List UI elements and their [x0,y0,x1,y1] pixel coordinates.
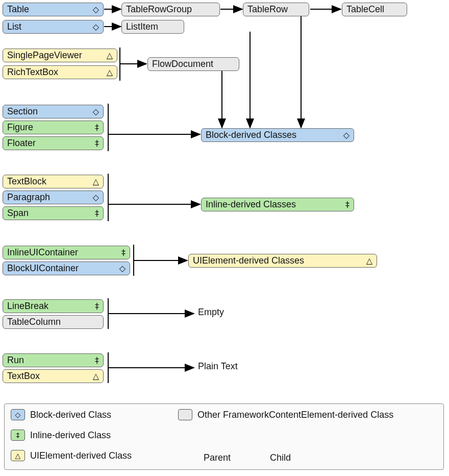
ui-symbol-icon: △ [366,256,372,266]
legend-block: ◇ Block-derived Class [11,409,111,420]
ui-symbol-icon: △ [107,67,113,77]
node-label: RichTextBox [7,67,104,78]
node-table: Table◇ [3,3,104,16]
legend-inline: ‡ Inline-derived Class [11,430,111,441]
inline-symbol-icon: ‡ [95,138,99,148]
inline-symbol-icon: ‡ [95,123,99,132]
ui-symbol-icon: △ [93,177,99,186]
node-label: List [7,21,90,32]
node-label: Paragraph [7,192,90,203]
node-label: TableRowGroup [126,4,215,15]
node-label: Figure [7,122,92,133]
node-flowdocument: FlowDocument [147,57,239,71]
node-label: TableRow [247,4,305,15]
node-label: Span [7,208,92,219]
node-label: InlineUIContainer [7,247,118,258]
block-symbol-icon: ◇ [93,22,99,32]
node-label: Section [7,106,90,117]
node-label: Table [7,4,90,15]
node-span: Span‡ [3,206,104,220]
node-tablerow: TableRow [243,3,309,16]
node-listitem: ListItem [121,20,184,34]
node-textbox: TextBox△ [3,369,104,383]
node-label: TableCell [346,4,403,15]
node-label: Run [7,355,92,366]
node-label: TextBlock [7,176,90,187]
node-label: TableColumn [7,317,99,327]
node-label: FlowDocument [152,59,235,69]
node-label: UIElement-derived Classes [193,255,363,266]
inline-symbol-icon: ‡ [11,430,25,441]
inline-symbol-icon: ‡ [95,301,99,311]
node-label: ListItem [126,21,180,32]
node-label: LineBreak [7,301,92,312]
node-inline-derived: Inline-derived Classes‡ [201,198,354,211]
node-tablerowgroup: TableRowGroup [121,3,220,16]
node-block-derived: Block-derived Classes◇ [201,128,354,142]
node-tablecolumn: TableColumn [3,315,104,329]
node-label: Inline-derived Classes [206,199,342,210]
legend-label: UIElement-derived Class [30,450,132,461]
legend-label: Block-derived Class [30,409,111,420]
legend-label: Inline-derived Class [30,430,111,441]
block-symbol-icon: ◇ [93,107,99,116]
block-symbol-icon: ◇ [93,193,99,202]
node-label: SinglePageViewer [7,50,104,61]
node-richtextbox: RichTextBox△ [3,65,117,79]
block-symbol-icon: ◇ [343,130,350,140]
diagram-canvas: Table◇ TableRowGroup TableRow TableCell … [0,0,449,476]
legend-ui: △ UIElement-derived Class [11,450,132,461]
block-symbol-icon: ◇ [119,264,126,273]
node-textblock: TextBlock△ [3,175,104,188]
node-linebreak: LineBreak‡ [3,299,104,313]
legend-parent: Parent [204,453,231,463]
other-symbol-icon [178,409,192,420]
node-label: TextBox [7,371,90,382]
block-symbol-icon: ◇ [93,5,99,14]
inline-symbol-icon: ‡ [95,208,99,218]
node-list: List◇ [3,20,104,34]
node-empty: Empty [198,307,224,318]
node-figure: Figure‡ [3,121,104,134]
inline-symbol-icon: ‡ [121,248,126,257]
ui-symbol-icon: △ [93,371,99,381]
node-label: Floater [7,138,92,149]
node-uielement-derived: UIElement-derived Classes△ [188,254,377,268]
node-paragraph: Paragraph◇ [3,191,104,204]
block-symbol-icon: ◇ [11,409,25,420]
node-blockuicontainer: BlockUIContainer◇ [3,261,130,275]
node-run: Run‡ [3,353,104,367]
legend-label: Other FrameworkContentElement-derived Cl… [197,409,393,420]
legend-child: Child [270,453,291,463]
node-tablecell: TableCell [342,3,407,16]
node-singlepageviewer: SinglePageViewer△ [3,49,117,62]
inline-symbol-icon: ‡ [95,355,99,365]
node-label: Block-derived Classes [206,130,340,140]
inline-symbol-icon: ‡ [345,200,350,209]
node-floater: Floater‡ [3,136,104,150]
ui-symbol-icon: △ [11,450,25,461]
legend-other: Other FrameworkContentElement-derived Cl… [178,409,433,420]
node-plaintext: Plain Text [198,361,238,372]
node-section: Section◇ [3,105,104,118]
node-label: BlockUIContainer [7,263,116,274]
node-inlineuicontainer: InlineUIContainer‡ [3,246,130,259]
ui-symbol-icon: △ [107,51,113,60]
legend: ◇ Block-derived Class ‡ Inline-derived C… [4,403,444,470]
